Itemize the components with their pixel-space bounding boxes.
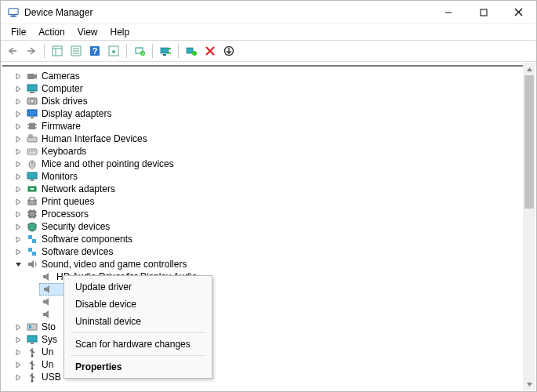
- details-button[interactable]: [67, 42, 85, 60]
- scroll-up-icon[interactable]: [523, 63, 535, 75]
- svg-rect-69: [27, 336, 37, 342]
- expand-icon[interactable]: [13, 322, 23, 332]
- expand-icon[interactable]: [13, 109, 23, 118]
- svg-rect-2: [10, 16, 17, 16]
- tree-node-disk[interactable]: Disk drives: [13, 95, 535, 107]
- show-hide-tree-button[interactable]: [49, 42, 66, 60]
- tree-label: Processors: [42, 209, 89, 220]
- scroll-thumb[interactable]: [524, 75, 534, 209]
- expand-icon[interactable]: [13, 96, 23, 106]
- expand-icon[interactable]: [13, 197, 23, 206]
- tree-node-keyboards[interactable]: Keyboards: [13, 145, 535, 158]
- expand-icon[interactable]: [13, 347, 23, 357]
- processor-icon: [26, 208, 38, 220]
- forward-button[interactable]: [23, 42, 40, 60]
- chip-icon: [26, 120, 38, 132]
- speaker-icon: [41, 270, 53, 283]
- scroll-down-icon[interactable]: [523, 378, 535, 390]
- expand-icon[interactable]: [13, 335, 23, 344]
- collapse-icon[interactable]: [13, 260, 23, 269]
- context-update-driver[interactable]: Update driver: [64, 278, 212, 296]
- expand-icon[interactable]: [13, 147, 23, 156]
- expand-icon[interactable]: [13, 234, 23, 244]
- svg-rect-54: [29, 211, 35, 217]
- expand-icon[interactable]: [13, 172, 23, 181]
- svg-rect-30: [30, 92, 34, 93]
- menu-action[interactable]: Action: [33, 25, 70, 39]
- menu-help[interactable]: Help: [105, 25, 136, 39]
- software-icon: [26, 245, 38, 258]
- scan-hardware-button[interactable]: [183, 42, 200, 60]
- uninstall-button[interactable]: [201, 42, 219, 60]
- svg-point-71: [31, 355, 34, 358]
- expand-icon[interactable]: [13, 222, 23, 231]
- tree-node-mice[interactable]: Mice and other pointing devices: [13, 158, 535, 170]
- menu-view[interactable]: View: [72, 25, 103, 39]
- svg-rect-48: [27, 172, 37, 179]
- toolbar: ? +: [1, 40, 536, 62]
- tree-node-display[interactable]: Display adapters: [13, 107, 535, 120]
- tree-label: Software devices: [42, 246, 113, 257]
- tree-label: Human Interface Devices: [42, 133, 147, 144]
- svg-rect-23: [187, 48, 193, 53]
- expand-icon[interactable]: [13, 71, 23, 81]
- tree-node-computer[interactable]: Computer: [13, 82, 535, 95]
- properties-button[interactable]: [105, 42, 122, 60]
- tree-node-processors[interactable]: Processors: [13, 208, 535, 220]
- display-icon: [26, 107, 38, 120]
- disable-button[interactable]: [220, 42, 238, 60]
- add-legacy-button[interactable]: +: [131, 42, 148, 60]
- expand-icon[interactable]: [13, 159, 23, 169]
- back-button[interactable]: [4, 42, 21, 60]
- tree-node-cameras[interactable]: Cameras: [13, 70, 535, 82]
- help-button[interactable]: ?: [86, 42, 103, 60]
- svg-rect-1: [11, 15, 15, 16]
- context-uninstall-device[interactable]: Uninstall device: [64, 313, 212, 330]
- tree-node-hid[interactable]: Human Interface Devices: [13, 132, 535, 145]
- tree-node-swcomp[interactable]: Software components: [13, 233, 535, 245]
- svg-rect-43: [29, 151, 31, 152]
- tree-node-print[interactable]: Print queues: [13, 195, 535, 208]
- close-button[interactable]: [501, 1, 536, 24]
- update-driver-button[interactable]: [157, 42, 174, 60]
- mouse-icon: [26, 158, 38, 170]
- tree-label: Keyboards: [42, 146, 86, 157]
- tree-node-security[interactable]: Security devices: [13, 220, 535, 233]
- svg-rect-4: [481, 9, 487, 16]
- expand-icon[interactable]: [13, 372, 23, 382]
- svg-rect-65: [28, 248, 32, 252]
- expand-icon[interactable]: [13, 122, 23, 131]
- speaker-icon: [41, 308, 53, 321]
- title-bar: Device Manager: [1, 1, 536, 24]
- tree-node-firmware[interactable]: Firmware: [13, 120, 535, 132]
- tree-node-network[interactable]: Network adapters: [13, 183, 535, 195]
- expand-icon[interactable]: [13, 134, 23, 143]
- hid-icon: [26, 132, 38, 145]
- tree-label: Print queues: [42, 196, 94, 207]
- svg-point-17: [112, 50, 115, 53]
- menu-file[interactable]: File: [5, 25, 31, 39]
- context-menu: Update driver Disable device Uninstall d…: [63, 275, 212, 379]
- speaker-icon: [26, 258, 38, 270]
- tree-node-sound[interactable]: Sound, video and game controllers: [13, 258, 535, 270]
- expand-icon[interactable]: [13, 247, 23, 256]
- svg-rect-21: [161, 48, 169, 53]
- expand-icon[interactable]: [13, 184, 23, 194]
- expand-icon[interactable]: [13, 209, 23, 219]
- expand-icon[interactable]: [13, 84, 23, 93]
- svg-rect-63: [28, 235, 32, 239]
- tree-node-monitors[interactable]: Monitors: [13, 170, 535, 183]
- context-scan-hardware[interactable]: Scan for hardware changes: [64, 336, 212, 353]
- svg-rect-70: [31, 343, 34, 344]
- tree-node-swdev[interactable]: Software devices: [13, 245, 535, 258]
- usb-icon: [26, 358, 38, 371]
- svg-point-73: [31, 380, 34, 383]
- context-properties[interactable]: Properties: [64, 358, 212, 376]
- expand-icon[interactable]: [13, 360, 23, 369]
- shield-icon: [26, 220, 38, 233]
- vertical-scrollbar[interactable]: [523, 63, 535, 390]
- maximize-button[interactable]: [466, 1, 501, 24]
- svg-rect-40: [27, 137, 37, 142]
- minimize-button[interactable]: [430, 1, 466, 24]
- context-disable-device[interactable]: Disable device: [64, 296, 212, 313]
